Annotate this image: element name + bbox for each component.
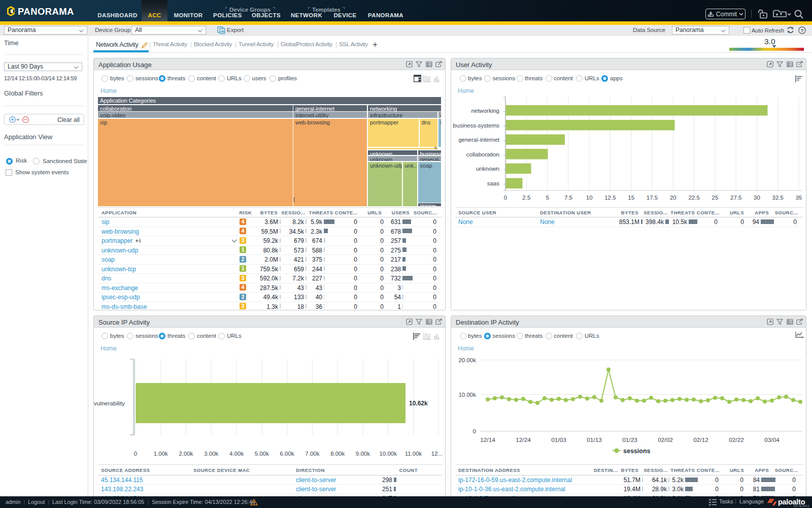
svg-text:02/22: 02/22 bbox=[729, 436, 744, 443]
svg-text:saas: saas bbox=[487, 180, 500, 186]
svg-text:2.5: 2.5 bbox=[522, 195, 530, 201]
svg-text:vulnerability: vulnerability bbox=[94, 400, 125, 406]
svg-text:01/23: 01/23 bbox=[622, 436, 637, 443]
svg-text:30: 30 bbox=[754, 195, 760, 201]
svg-text:20.00k: 20.00k bbox=[458, 357, 476, 363]
svg-text:12.5: 12.5 bbox=[604, 195, 616, 201]
svg-text:5: 5 bbox=[546, 195, 549, 201]
svg-text:9.00k: 9.00k bbox=[356, 451, 370, 457]
svg-text:27.5: 27.5 bbox=[730, 195, 741, 201]
svg-text:unknown: unknown bbox=[476, 166, 499, 172]
svg-text:0: 0 bbox=[504, 195, 507, 201]
svg-text:0: 0 bbox=[473, 428, 476, 434]
svg-text:business-systems: business-systems bbox=[453, 122, 500, 129]
svg-text:10: 10 bbox=[586, 195, 593, 201]
svg-text:11.00k: 11.00k bbox=[405, 451, 422, 457]
svg-text:10.00k: 10.00k bbox=[458, 392, 476, 398]
svg-text:02/02: 02/02 bbox=[658, 436, 673, 443]
svg-text:1.00k: 1.00k bbox=[154, 451, 168, 457]
svg-text:03/04: 03/04 bbox=[764, 436, 780, 443]
svg-text:10.00k: 10.00k bbox=[379, 451, 397, 457]
svg-text:12...: 12... bbox=[431, 451, 443, 457]
svg-text:01/13: 01/13 bbox=[587, 436, 602, 443]
svg-text:?: ? bbox=[801, 27, 804, 33]
svg-text:17.5: 17.5 bbox=[647, 195, 658, 201]
svg-text:4.00k: 4.00k bbox=[229, 451, 244, 457]
svg-text:6.00k: 6.00k bbox=[280, 451, 294, 457]
svg-text:35: 35 bbox=[796, 195, 802, 201]
svg-text:7.5: 7.5 bbox=[564, 195, 572, 201]
svg-text:5.00k: 5.00k bbox=[255, 451, 269, 457]
svg-text:networking: networking bbox=[471, 108, 499, 114]
svg-text:sessions: sessions bbox=[623, 448, 651, 455]
svg-text:7.00k: 7.00k bbox=[305, 451, 319, 457]
svg-text:12/14: 12/14 bbox=[480, 436, 495, 443]
svg-text:25: 25 bbox=[712, 195, 719, 201]
svg-text:8.00k: 8.00k bbox=[330, 451, 345, 457]
svg-text:3.00k: 3.00k bbox=[204, 451, 218, 457]
svg-text:01/03: 01/03 bbox=[551, 436, 566, 443]
svg-text:collaboration: collaboration bbox=[466, 151, 499, 157]
svg-text:10.62k: 10.62k bbox=[409, 400, 428, 407]
svg-text:22.5: 22.5 bbox=[688, 195, 699, 201]
svg-text:20: 20 bbox=[670, 195, 676, 201]
svg-text:32.5: 32.5 bbox=[772, 195, 784, 201]
svg-text:2.00k: 2.00k bbox=[179, 451, 193, 457]
svg-text:02/12: 02/12 bbox=[693, 436, 708, 443]
svg-text:15: 15 bbox=[628, 195, 634, 201]
svg-text:general-internet: general-internet bbox=[458, 137, 499, 143]
svg-text:12/24: 12/24 bbox=[516, 436, 531, 443]
svg-text:0: 0 bbox=[134, 451, 137, 457]
